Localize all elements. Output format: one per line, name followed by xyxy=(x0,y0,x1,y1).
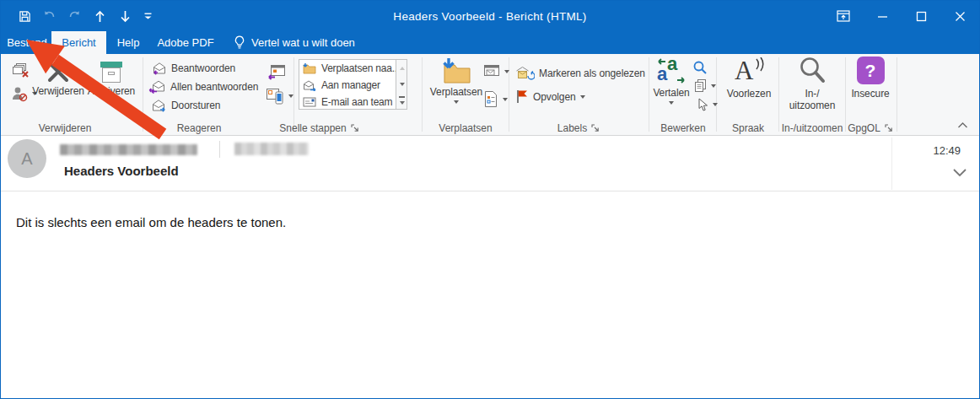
sender-address-redacted xyxy=(234,143,309,155)
dialog-launcher-icon[interactable] xyxy=(885,124,893,132)
tab-bericht[interactable]: Bericht xyxy=(51,31,106,54)
translate-icon: a a xyxy=(657,57,686,85)
insecure-question-icon: ? xyxy=(857,57,885,84)
mark-unread-button[interactable]: Markeren als ongelezen xyxy=(515,66,645,81)
archive-icon xyxy=(98,61,125,84)
sender-name-redacted xyxy=(60,144,197,155)
quick-step-item[interactable]: Aan manager xyxy=(299,77,396,94)
group-label-spraak: Spraak xyxy=(723,121,773,135)
expand-header-chevron-icon[interactable] xyxy=(952,168,967,177)
group-label-gpgol: GpgOL xyxy=(844,121,897,135)
group-label-in-uitzoomen: In-/uitzoomen xyxy=(780,121,844,135)
ignore-icon[interactable] xyxy=(13,62,30,78)
group-label-labels: Labels xyxy=(524,121,633,135)
undo-icon[interactable] xyxy=(38,1,62,31)
ribbon-display-options-icon[interactable] xyxy=(824,1,863,31)
message-header: A Headers Voorbeeld 12:49 xyxy=(1,136,979,191)
search-icon[interactable] xyxy=(692,60,708,75)
related-icon[interactable] xyxy=(694,78,716,93)
save-icon[interactable] xyxy=(13,1,36,31)
flag-icon xyxy=(516,89,529,104)
team-email-icon xyxy=(303,97,316,107)
group-divider xyxy=(143,57,143,132)
zoom-button[interactable]: In-/ uitzoomen xyxy=(783,55,841,111)
tab-help[interactable]: Help xyxy=(106,31,150,54)
forward-button[interactable]: Doorsturen xyxy=(151,99,220,112)
group-divider xyxy=(422,57,423,132)
group-divider xyxy=(778,57,779,132)
close-button[interactable] xyxy=(940,1,979,31)
archive-button[interactable]: Archiveren xyxy=(85,57,137,97)
move-to-folder-icon xyxy=(303,62,316,74)
reply-all-icon xyxy=(148,80,166,94)
delete-icon xyxy=(46,60,70,84)
insecure-button[interactable]: ? Insecure xyxy=(847,56,894,100)
meeting-icon[interactable] xyxy=(267,64,286,80)
ribbon: Verwijderen Archiveren Verwijderen Beant… xyxy=(1,54,979,136)
group-label-bewerken: Bewerken xyxy=(650,121,716,135)
select-icon[interactable] xyxy=(697,98,718,111)
quick-steps-gallery: Verplaatsen naa... Aan manager E-mail aa… xyxy=(299,59,407,110)
previous-item-icon[interactable] xyxy=(88,1,111,31)
header-vline xyxy=(891,137,892,190)
reply-icon xyxy=(151,62,167,75)
zoom-magnifier-icon xyxy=(797,56,827,86)
group-label-verplaatsen: Verplaatsen xyxy=(427,121,504,135)
group-label-verwijderen: Verwijderen xyxy=(18,121,112,135)
header-separator xyxy=(219,141,220,158)
reply-all-button[interactable]: Allen beantwoorden xyxy=(148,80,258,94)
gallery-more-icon[interactable] xyxy=(396,93,407,109)
ribbon-tab-row: Bestand Bericht Help Adobe PDF Vertel wa… xyxy=(1,31,979,54)
outlook-message-window: Headers Voorbeeld - Bericht (HTML) Besta… xyxy=(0,0,980,399)
tell-me-box[interactable]: Vertel wat u wilt doen xyxy=(234,31,355,54)
minimize-button[interactable] xyxy=(863,1,902,31)
quick-step-item[interactable]: Verplaatsen naa... xyxy=(299,60,396,77)
mark-unread-icon xyxy=(515,66,535,81)
message-time: 12:49 xyxy=(933,144,961,157)
group-divider xyxy=(649,57,649,132)
avatar[interactable]: A xyxy=(8,139,46,178)
im-icon[interactable] xyxy=(266,88,293,105)
tab-adobe-pdf[interactable]: Adobe PDF xyxy=(152,31,219,54)
lightbulb-icon xyxy=(234,35,245,51)
reply-button[interactable]: Beantwoorden xyxy=(151,62,235,75)
group-label-snelle-stappen: Snelle stappen xyxy=(275,121,363,135)
maximize-button[interactable] xyxy=(902,1,940,31)
group-divider xyxy=(716,57,717,132)
delete-button[interactable]: Verwijderen xyxy=(33,57,83,97)
customize-quick-access-icon[interactable] xyxy=(136,1,159,31)
move-folder-icon xyxy=(440,57,472,84)
message-body-text: Dit is slechts een email om de headers t… xyxy=(16,215,286,229)
dialog-launcher-icon[interactable] xyxy=(591,124,600,132)
tell-me-label: Vertel wat u wilt doen xyxy=(251,36,355,49)
read-aloud-button[interactable]: A Voorlezen xyxy=(723,56,775,100)
tab-bestand[interactable]: Bestand xyxy=(3,31,51,54)
follow-up-button[interactable]: Opvolgen xyxy=(516,89,585,104)
gallery-scroll-up-icon[interactable] xyxy=(396,60,407,76)
next-item-icon[interactable] xyxy=(113,1,137,31)
collapse-ribbon-icon[interactable] xyxy=(957,121,968,129)
dialog-launcher-icon[interactable] xyxy=(351,124,359,132)
translate-button[interactable]: a a Vertalen xyxy=(650,56,692,105)
gallery-scroll-down-icon[interactable] xyxy=(396,76,407,92)
title-bar: Headers Voorbeeld - Bericht (HTML) xyxy=(1,1,979,31)
rules-icon[interactable] xyxy=(483,64,509,78)
forward-icon xyxy=(151,99,167,112)
actions-icon[interactable] xyxy=(483,90,508,108)
group-divider xyxy=(897,57,897,132)
group-divider xyxy=(293,57,294,132)
group-divider xyxy=(845,57,846,132)
read-aloud-icon: A xyxy=(733,56,765,86)
move-button[interactable]: Verplaatsen xyxy=(426,56,487,104)
quick-step-item[interactable]: E-mail aan team xyxy=(299,94,396,111)
gallery-scroll-strip xyxy=(396,60,407,109)
group-label-reageren: Reageren xyxy=(153,121,245,135)
redo-icon[interactable] xyxy=(62,1,86,31)
message-body-pane: Dit is slechts een email om de headers t… xyxy=(1,191,979,398)
message-subject: Headers Voorbeeld xyxy=(64,164,179,178)
mail-to-manager-icon xyxy=(303,80,316,91)
